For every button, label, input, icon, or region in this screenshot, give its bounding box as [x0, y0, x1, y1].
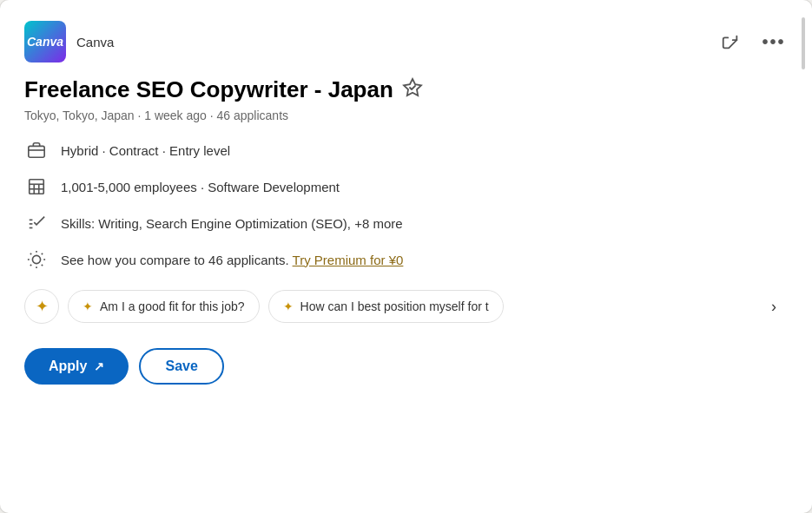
premium-compare-label: See how you compare to 46 applicants.: [61, 253, 289, 267]
ai-chip-2-star: ✦: [283, 299, 294, 313]
job-title-row: Freelance SEO Copywriter - Japan: [24, 76, 788, 103]
ai-prompts-row: ✦ ✦ Am I a good fit for this job? ✦ How …: [24, 289, 788, 324]
ai-star-button[interactable]: ✦: [24, 289, 59, 324]
more-options-icon[interactable]: •••: [760, 28, 788, 56]
ai-chip-1-star: ✦: [83, 299, 93, 313]
svg-line-15: [30, 253, 31, 254]
briefcase-icon: [24, 138, 49, 162]
building-icon: [24, 174, 49, 199]
svg-line-19: [30, 265, 31, 266]
company-logo: Canva: [24, 21, 66, 62]
verified-badge-icon: [402, 77, 423, 103]
job-meta: Tokyo, Tokyo, Japan · 1 week ago · 46 ap…: [24, 109, 788, 122]
ai-chip-1[interactable]: ✦ Am I a good fit for this job?: [68, 290, 260, 323]
ai-chip-2[interactable]: ✦ How can I best position myself for t: [268, 290, 504, 323]
svg-rect-1: [29, 146, 44, 157]
ai-chip-1-label: Am I a good fit for this job?: [100, 299, 245, 313]
company-size-row: 1,001-5,000 employees · Software Develop…: [24, 174, 788, 199]
job-title: Freelance SEO Copywriter - Japan: [24, 76, 393, 103]
skills-icon: [24, 211, 49, 235]
skills-row: Skills: Writing, Search Engine Optimizat…: [24, 211, 788, 235]
ai-chips-wrapper: ✦ Am I a good fit for this job? ✦ How ca…: [68, 290, 751, 323]
chevron-right-icon[interactable]: ›: [760, 293, 788, 320]
premium-compare-text: See how you compare to 46 applicants. Tr…: [61, 253, 403, 267]
save-button[interactable]: Save: [139, 348, 223, 385]
apply-button[interactable]: Apply ↗: [24, 348, 129, 385]
header-actions: •••: [716, 28, 788, 56]
header-row: Canva Canva •••: [24, 21, 788, 62]
premium-link[interactable]: Try Premium for ¥0: [293, 253, 404, 267]
share-icon[interactable]: [716, 28, 744, 56]
work-type-text: Hybrid · Contract · Entry level: [61, 143, 230, 158]
premium-row: See how you compare to 46 applicants. Tr…: [24, 247, 788, 272]
svg-rect-4: [30, 180, 44, 194]
action-buttons-row: Apply ↗ Save: [24, 348, 788, 385]
company-name: Canva: [76, 35, 114, 49]
svg-line-0: [729, 40, 736, 48]
ai-star-icon: ✦: [36, 297, 49, 316]
ai-chip-2-label: How can I best position myself for t: [300, 299, 489, 313]
job-card: Canva Canva ••• Freelance SEO Copywriter…: [0, 0, 812, 513]
work-type-row: Hybrid · Contract · Entry level: [24, 138, 788, 162]
company-info: Canva Canva: [24, 21, 114, 62]
apply-external-icon: ↗: [94, 359, 104, 373]
ai-chips-container: ✦ Am I a good fit for this job? ✦ How ca…: [68, 290, 504, 323]
svg-line-16: [42, 265, 43, 266]
insights-icon: [24, 247, 49, 272]
svg-line-20: [42, 253, 43, 254]
company-size-text: 1,001-5,000 employees · Software Develop…: [61, 180, 340, 194]
svg-point-12: [32, 255, 40, 263]
apply-label: Apply: [49, 358, 87, 374]
logo-text: Canva: [27, 35, 63, 49]
skills-text: Skills: Writing, Search Engine Optimizat…: [61, 216, 403, 231]
